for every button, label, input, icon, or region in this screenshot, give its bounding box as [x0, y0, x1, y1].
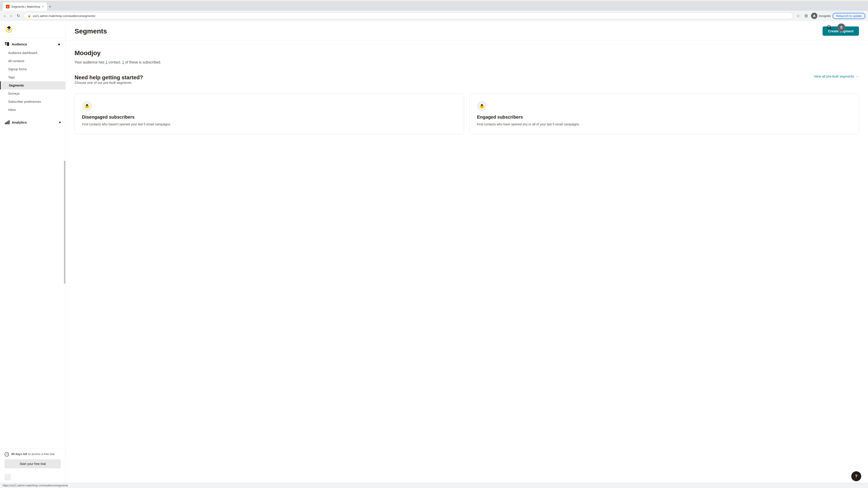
main-content: Segments Create segment Moodjoy Your aud…	[66, 21, 868, 483]
app-container: Audience ▲ Audience dashboard All contac…	[0, 21, 868, 483]
tab-favicon: S	[6, 5, 9, 8]
analytics-icon	[4, 120, 9, 125]
user-avatar[interactable]: S	[837, 24, 845, 32]
page-title: Segments	[74, 27, 107, 35]
tab-close-btn[interactable]: ×	[42, 5, 44, 8]
sidebar-item-tags[interactable]: Tags	[0, 73, 65, 81]
back-button[interactable]: ‹	[3, 13, 7, 19]
sidebar-section-analytics: Analytics ▾	[0, 116, 65, 129]
sidebar-item-signup-forms[interactable]: Signup forms	[0, 65, 65, 73]
sidebar: Audience ▲ Audience dashboard All contac…	[0, 21, 66, 483]
mailchimp-logo	[4, 25, 13, 34]
svg-point-21	[481, 106, 481, 106]
user-avatar-letter: S	[840, 26, 843, 30]
help-header: Need help getting started? Choose one of…	[74, 74, 859, 92]
sidebar-item-surveys[interactable]: Surveys	[0, 90, 65, 98]
trial-info: ⏱ 89 days left to access a free trial.	[4, 452, 61, 457]
start-trial-button[interactable]: Start your free trial	[4, 459, 61, 468]
sidebar-item-all-contacts[interactable]: All contacts	[0, 57, 65, 65]
address-text: us21.admin.mailchimp.com/audience/segmen…	[33, 14, 95, 18]
incognito-label: Incognito	[819, 14, 831, 18]
svg-rect-15	[8, 120, 9, 124]
main-header: Segments Create segment	[66, 21, 868, 40]
browser-toolbar: ‹ › ↻ 🔒 us21.admin.mailchimp.com/audienc…	[0, 11, 868, 21]
global-search-icon[interactable]	[827, 24, 832, 31]
relaunch-button[interactable]: Relaunch to update	[833, 13, 865, 19]
sidebar-header	[0, 21, 65, 37]
sidebar-item-segments[interactable]: Segments	[0, 81, 65, 90]
view-all-link[interactable]: View all pre-built segments →	[814, 74, 859, 78]
sidebar-scrollbar-thumb[interactable]	[64, 161, 65, 284]
sidebar-wrapper: Audience ▲ Audience dashboard All contac…	[0, 37, 65, 448]
desc-middle: contact.	[107, 60, 122, 64]
forward-button[interactable]: ›	[9, 13, 13, 19]
contact-count-link-2[interactable]: 1	[122, 60, 124, 64]
engaged-card-title: Engaged subscribers	[477, 115, 851, 120]
sidebar-item-inbox[interactable]: Inbox	[0, 106, 65, 114]
extensions-button[interactable]: ⊞	[803, 12, 809, 19]
sidebar-scroll: Audience ▲ Audience dashboard All contac…	[0, 37, 65, 132]
analytics-section-header[interactable]: Analytics ▾	[0, 118, 65, 127]
trial-banner: ⏱ 89 days left to access a free trial. S…	[0, 448, 65, 472]
tab-title: Segments | Mailchimp	[11, 5, 40, 8]
bookmark-button[interactable]: ☆	[795, 12, 801, 19]
help-title: Need help getting started?	[74, 74, 143, 80]
svg-point-5	[8, 29, 8, 30]
segment-card-engaged[interactable]: Engaged subscribers Find contacts who ha…	[469, 94, 859, 134]
refresh-button[interactable]: ↻	[16, 12, 22, 19]
audience-icon	[4, 41, 9, 46]
svg-rect-9	[5, 44, 6, 44]
main-body: Moodjoy Your audience has 1 contact. 1 o…	[66, 40, 868, 143]
help-subtitle: Choose one of our pre-built segments.	[74, 80, 143, 85]
sidebar-footer	[0, 472, 65, 483]
active-tab[interactable]: S Segments | Mailchimp ×	[3, 2, 47, 11]
svg-point-22	[483, 106, 483, 106]
sidebar-item-audience-dashboard[interactable]: Audience dashboard	[0, 49, 65, 57]
tab-bar: S Segments | Mailchimp × +	[3, 2, 865, 11]
trial-timer-icon: ⏱	[4, 452, 9, 457]
lock-icon: 🔒	[28, 14, 31, 18]
svg-rect-13	[6, 122, 7, 124]
status-url: https://us21.admin.mailchimp.com/audienc…	[3, 484, 68, 487]
engaged-card-logo	[477, 101, 487, 111]
desc-before: Your audience has	[74, 60, 105, 64]
incognito-icon	[811, 13, 817, 19]
new-tab-button[interactable]: +	[48, 3, 53, 11]
help-float-button[interactable]: ?	[851, 471, 861, 481]
audience-section-header[interactable]: Audience ▲	[0, 39, 65, 49]
svg-point-19	[86, 104, 88, 106]
svg-rect-8	[5, 42, 6, 43]
toolbar-actions: ☆ ⊞ Incognito Relaunch to update	[795, 12, 865, 19]
disengaged-card-title: Disengaged subscribers	[82, 115, 457, 120]
incognito-badge: Incognito	[811, 13, 831, 19]
disengaged-card-logo	[82, 101, 92, 111]
svg-point-24	[827, 25, 831, 29]
help-section: Need help getting started? Choose one of…	[74, 74, 859, 134]
svg-point-7	[8, 26, 11, 29]
sidebar-section-audience: Audience ▲ Audience dashboard All contac…	[0, 37, 65, 116]
audience-section-title: Audience	[4, 41, 27, 46]
svg-point-23	[481, 104, 483, 106]
trial-days-bold: 89 days left	[11, 452, 27, 456]
view-all-arrow: →	[856, 74, 859, 78]
segment-card-disengaged[interactable]: Disengaged subscribers Find contacts who…	[74, 94, 464, 134]
audience-title: Audience	[12, 42, 27, 46]
analytics-collapse-icon[interactable]: ▾	[59, 120, 61, 125]
segments-grid: Disengaged subscribers Find contacts who…	[74, 94, 859, 134]
audience-collapse-icon[interactable]: ▲	[57, 42, 61, 46]
trial-text: 89 days left to access a free trial.	[11, 452, 55, 456]
svg-rect-14	[7, 121, 8, 125]
address-bar[interactable]: 🔒 us21.admin.mailchimp.com/audience/segm…	[24, 13, 793, 19]
engaged-card-desc: Find contacts who have opened any or all…	[477, 122, 851, 127]
svg-point-18	[88, 106, 88, 106]
sidebar-footer-icon	[4, 474, 11, 481]
sidebar-item-subscriber-preferences[interactable]: Subscriber preferences	[0, 98, 65, 106]
trial-days-text: to access a free trial.	[27, 452, 55, 456]
svg-text:S: S	[7, 6, 8, 8]
audience-name: Moodjoy	[74, 50, 859, 57]
contact-count-link-1[interactable]: 1	[105, 60, 107, 64]
disengaged-card-desc: Find contacts who haven't opened your la…	[82, 122, 457, 127]
audience-description: Your audience has 1 contact. 1 of these …	[74, 59, 859, 65]
browser-chrome: S Segments | Mailchimp × + ‹ › ↻ 🔒 us21.…	[0, 0, 868, 21]
svg-rect-12	[5, 123, 6, 124]
